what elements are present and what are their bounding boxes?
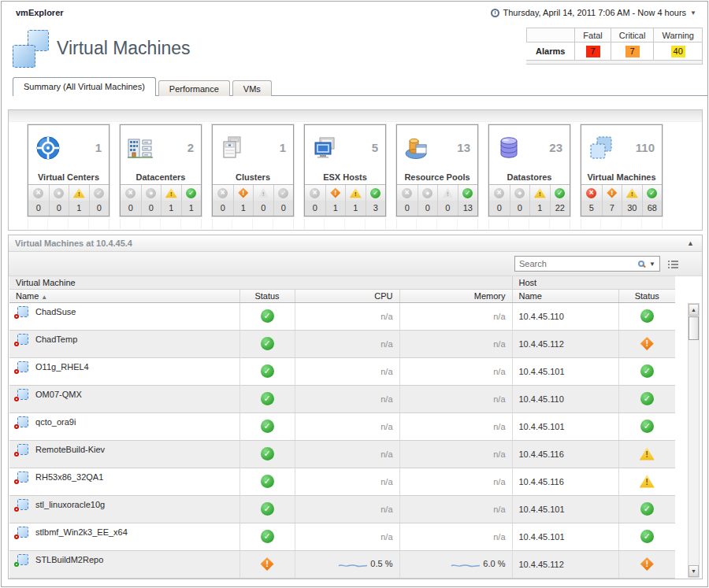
host-name-cell[interactable]: 10.4.45.110 — [512, 302, 618, 330]
status-critical-icon — [54, 188, 64, 198]
host-name-cell[interactable]: 10.4.45.101 — [512, 495, 618, 523]
vm-name-cell[interactable]: OM07-QMX — [9, 385, 239, 412]
vm-icon-power-off — [14, 389, 28, 401]
vm-name[interactable]: stlbmf_Win2k3_EE_x64 — [35, 527, 128, 536]
host-name-cell[interactable]: 10.4.45.112 — [512, 330, 618, 357]
vm-name-cell[interactable]: ChadSuse — [9, 302, 239, 330]
vm-status-cell — [239, 357, 295, 385]
search-input[interactable] — [519, 259, 638, 268]
cpu-cell[interactable]: 0.5 % — [295, 550, 399, 578]
tile-datastores[interactable]: 23 Datastores 0 0 1 22 — [488, 124, 570, 216]
vm-name-cell[interactable]: RH53x86_32QA1 — [9, 468, 239, 495]
host-name-cell[interactable]: 10.4.45.110 — [512, 385, 618, 412]
clusters-icon — [218, 134, 247, 162]
critical-alarm-count[interactable]: 7 — [625, 46, 640, 57]
cpu-cell: n/a — [295, 330, 399, 357]
time-range-selector[interactable]: Thursday, April 14, 2011 7:06 AM - Now 4… — [491, 8, 696, 17]
host-status-cell — [618, 440, 675, 468]
table-row[interactable]: ChadTemp n/a n/a 10.4.45.112 — [9, 330, 675, 357]
table-row[interactable]: RemoteBuild-Kiev n/a n/a 10.4.45.116 — [9, 440, 675, 468]
status-fatal-icon — [33, 188, 43, 198]
vm-name[interactable]: STLBuildM2Repo — [35, 554, 103, 564]
alarms-row-label: Alarms — [526, 43, 575, 61]
tile-status-count: 0 — [510, 201, 530, 216]
scroll-down-button[interactable]: ▼ — [689, 565, 699, 577]
tile-virtual-centers[interactable]: 1 Virtual Centers 0 0 1 0 — [28, 124, 110, 216]
table-customizer-icon[interactable] — [668, 260, 678, 268]
column-header-cpu[interactable]: CPU — [295, 289, 399, 302]
vm-name-cell[interactable]: ChadTemp — [9, 330, 239, 357]
virtual-centers-icon — [34, 134, 62, 162]
memory-cell: n/a — [399, 357, 512, 385]
vm-name[interactable]: OM07-QMX — [35, 389, 82, 398]
column-header-name[interactable]: Name▲ — [9, 289, 239, 302]
vertical-scrollbar[interactable]: ▲ ▼ — [688, 303, 700, 578]
tab-summary-all-virtual-machines[interactable]: Summary (All Virtual Machines) — [13, 77, 156, 96]
table-row[interactable]: RH53x86_32QA1 n/a n/a 10.4.45.116 — [9, 468, 675, 495]
host-name-cell[interactable]: 10.4.45.101 — [512, 412, 618, 440]
tile-status-count: 0 — [90, 201, 110, 216]
vm-name-cell[interactable]: O11g_RHEL4 — [9, 357, 239, 385]
collapse-panel-icon[interactable]: ▲ — [687, 235, 694, 252]
vm-name[interactable]: ChadSuse — [35, 306, 76, 316]
tile-virtual-machines[interactable]: 110 Virtual Machines 5 7 30 68 — [581, 124, 663, 216]
table-row[interactable]: stl_linuxoracle10g n/a n/a 10.4.45.101 — [9, 495, 675, 523]
table-row[interactable]: qcto_ora9i n/a n/a 10.4.45.101 — [9, 412, 675, 440]
tile-status-count: 0 — [142, 201, 161, 216]
vm-name-cell[interactable]: RemoteBuild-Kiev — [9, 440, 239, 468]
host-name-cell[interactable]: 10.4.45.101 — [512, 357, 618, 385]
inventory-summary-panel: 1 Virtual Centers 0 0 1 0 2 Datacenters … — [8, 109, 703, 231]
vm-name[interactable]: RH53x86_32QA1 — [35, 472, 103, 481]
tile-status-critical: 0 — [141, 185, 161, 216]
tile-clusters[interactable]: 1 Clusters 0 1 0 0 — [212, 124, 294, 216]
vm-name-cell[interactable]: stl_linuxoracle10g — [9, 495, 239, 523]
table-row[interactable]: STLBuildM2Repo 0.5 % 6.0 % 10.4.45.112 — [9, 550, 675, 578]
vm-name[interactable]: stl_linuxoracle10g — [35, 499, 105, 508]
fatal-alarm-count[interactable]: 7 — [586, 46, 600, 57]
column-header-memory[interactable]: Memory — [399, 289, 512, 302]
scroll-up-button[interactable]: ▲ — [689, 304, 699, 316]
tab-performance[interactable]: Performance — [158, 80, 230, 96]
host-name-cell[interactable]: 10.4.45.112 — [512, 550, 618, 578]
tile-status-count: 0 — [274, 201, 294, 216]
tile-esx-hosts[interactable]: 5 ESX Hosts 0 1 1 3 — [304, 124, 386, 216]
tile-status-count: 1 — [69, 201, 89, 216]
vm-name[interactable]: qcto_ora9i — [35, 416, 76, 426]
scrollbar-thumb[interactable] — [689, 316, 699, 340]
vm-name[interactable]: ChadTemp — [35, 334, 77, 343]
vm-name[interactable]: O11g_RHEL4 — [35, 361, 89, 371]
memory-cell: n/a — [399, 330, 512, 357]
tile-datacenters[interactable]: 2 Datacenters 0 0 1 1 — [120, 124, 202, 216]
warning-alarm-count[interactable]: 40 — [671, 46, 685, 57]
vm-name-cell[interactable]: STLBuildM2Repo — [9, 550, 239, 578]
column-header-host-name[interactable]: Name — [512, 289, 618, 302]
tile-status-count: 1 — [326, 201, 346, 216]
table-row[interactable]: ChadSuse n/a n/a 10.4.45.110 — [9, 302, 675, 330]
chevron-down-icon[interactable]: ▼ — [690, 9, 696, 17]
host-name-cell[interactable]: 10.4.45.116 — [512, 468, 618, 495]
host-status-cell — [618, 468, 675, 495]
vm-name-cell[interactable]: stlbmf_Win2k3_EE_x64 — [9, 523, 239, 550]
alarms-col-warning: Warning — [654, 28, 703, 43]
cpu-cell: n/a — [295, 523, 399, 550]
memory-cell[interactable]: 6.0 % — [399, 550, 512, 578]
column-header-status[interactable]: Status — [239, 289, 295, 302]
tile-status-count: 0 — [397, 201, 418, 216]
tile-status-critical: 1 — [233, 185, 254, 216]
search-options-chevron-icon[interactable]: ▼ — [649, 261, 655, 268]
column-header-host-status[interactable]: Status — [618, 289, 675, 302]
host-name-cell[interactable]: 10.4.45.101 — [512, 523, 618, 550]
tile-status-normal: 0 — [89, 185, 110, 216]
tile-resource-pools[interactable]: 13 Resource Pools 0 0 0 13 — [396, 124, 478, 216]
table-row[interactable]: stlbmf_Win2k3_EE_x64 n/a n/a 10.4.45.101 — [9, 523, 675, 550]
search-icon[interactable] — [638, 261, 644, 267]
vm-name-cell[interactable]: qcto_ora9i — [9, 412, 239, 440]
status-normal-icon — [462, 188, 473, 198]
host-status-cell — [618, 523, 675, 550]
vm-name[interactable]: RemoteBuild-Kiev — [35, 444, 105, 453]
table-row[interactable]: OM07-QMX n/a n/a 10.4.45.110 — [9, 385, 675, 412]
table-row[interactable]: O11g_RHEL4 n/a n/a 10.4.45.101 — [9, 357, 675, 385]
host-name-cell[interactable]: 10.4.45.116 — [512, 440, 618, 468]
tab-vms[interactable]: VMs — [232, 80, 272, 96]
virtual-machines-icon — [587, 134, 615, 162]
